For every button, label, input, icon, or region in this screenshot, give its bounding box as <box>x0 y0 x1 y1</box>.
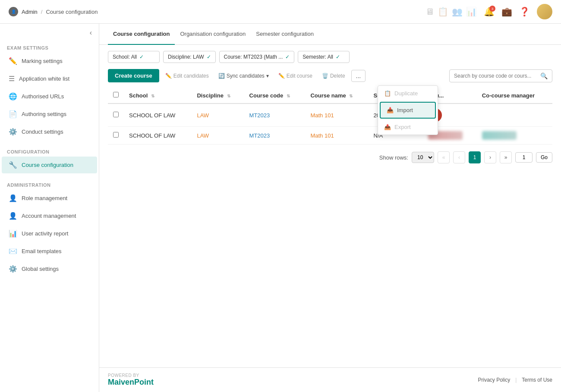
main-layout: ‹ Exam settings ✏️ Marking settings ☰ Ap… <box>0 24 561 392</box>
filter-course[interactable]: Course: MT2023 (Math ... ✓ <box>219 51 295 63</box>
course-config-icon: 🔧 <box>9 161 17 169</box>
dropdown-duplicate[interactable]: 📋 Duplicate <box>378 86 438 101</box>
sidebar-label-marking: Marking settings <box>22 58 63 64</box>
export-icon: 📤 <box>384 124 391 130</box>
header-checkbox-cell <box>108 88 124 103</box>
conduct-icon: ⚙️ <box>9 128 17 136</box>
sidebar-item-global[interactable]: ⚙️ Global settings <box>2 260 97 277</box>
sort-code-icon[interactable]: ⇅ <box>287 94 290 98</box>
pagination: Show rows: 10 25 50 « ‹ 1 › » Go <box>99 144 561 170</box>
sort-school-icon[interactable]: ⇅ <box>151 94 154 98</box>
header-discipline: Discipline ⇅ <box>192 88 244 103</box>
sidebar-label-global: Global settings <box>22 266 59 272</box>
settings-badge-button[interactable]: 💼 <box>501 6 512 17</box>
rows-per-page-select[interactable]: 10 25 50 <box>412 152 434 163</box>
table-row: SCHOOL OF LAW LAW MT2023 Math 101 2023 S… <box>108 103 552 127</box>
brand-name: MaivenPoint <box>108 378 154 387</box>
dropdown-export[interactable]: 📤 Export <box>378 119 438 135</box>
row2-discipline: LAW <box>192 127 244 144</box>
select-all-checkbox[interactable] <box>113 92 119 97</box>
page-1-button[interactable]: 1 <box>469 151 481 163</box>
sidebar-collapse: ‹ <box>0 24 99 42</box>
dropdown-import[interactable]: 📥 Import <box>380 102 436 119</box>
header-course-code: Course code ⇅ <box>244 88 306 103</box>
sidebar-label-course-config: Course configuration <box>22 162 73 168</box>
filter-school-check: ✓ <box>139 54 144 60</box>
filter-discipline[interactable]: Discipline: LAW ✓ <box>163 51 216 63</box>
edit-course-button[interactable]: ✏️ Edit course <box>275 70 316 82</box>
sidebar-item-activity[interactable]: 📊 User activity report <box>2 225 97 242</box>
row1-name: Math 101 <box>305 103 368 127</box>
terms-link[interactable]: Terms of Use <box>522 377 552 383</box>
delete-button[interactable]: 🗑️ Delete <box>318 70 349 82</box>
sidebar-label-conduct: Conduct settings <box>22 129 63 135</box>
sidebar-label-authoring: Authoring settings <box>22 111 66 117</box>
sidebar-label-role: Role management <box>22 195 67 201</box>
filter-semester-check: ✓ <box>336 54 340 60</box>
breadcrumb-admin[interactable]: Admin <box>22 9 38 15</box>
search-input[interactable] <box>454 73 540 79</box>
footer-sep: | <box>515 377 517 383</box>
admin-icon: 👤 <box>9 7 18 16</box>
sort-discipline-icon[interactable]: ⇅ <box>227 94 230 98</box>
row2-name: Math 101 <box>305 127 368 144</box>
tab-semester-config[interactable]: Semester configuration <box>251 24 319 45</box>
role-icon: 👤 <box>9 194 17 202</box>
filter-semester-label: Semester: All <box>303 54 333 60</box>
tab-organisation-config[interactable]: Organisation configuration <box>175 24 251 45</box>
page-last-button[interactable]: » <box>500 151 512 163</box>
main-content: Course configuration Organisation config… <box>99 24 561 392</box>
page-jump-input[interactable] <box>515 152 533 163</box>
sort-name-icon[interactable]: ⇅ <box>349 94 353 98</box>
edit-course-icon: ✏️ <box>278 73 285 79</box>
sync-icon: 🔄 <box>218 73 225 79</box>
courses-table: School ⇅ Discipline ⇅ Course code ⇅ Co <box>108 88 552 144</box>
sidebar-item-role[interactable]: 👤 Role management <box>2 190 97 207</box>
user-avatar[interactable] <box>537 4 552 19</box>
sidebar-item-conduct[interactable]: ⚙️ Conduct settings <box>2 123 97 140</box>
sidebar-item-email[interactable]: ✉️ Email templates <box>2 243 97 260</box>
configuration-label: Configuration <box>0 146 99 156</box>
marking-icon: ✏️ <box>9 57 17 65</box>
whitelist-icon: ☰ <box>9 75 15 83</box>
sidebar-item-marking[interactable]: ✏️ Marking settings <box>2 53 97 69</box>
tab-course-config[interactable]: Course configuration <box>108 24 175 45</box>
notifications-button[interactable]: 🔔 3 <box>484 6 495 17</box>
page-next-button[interactable]: › <box>484 151 496 163</box>
privacy-link[interactable]: Privacy Policy <box>478 377 511 383</box>
help-button[interactable]: ❓ <box>519 6 530 17</box>
collapse-button[interactable]: ‹ <box>90 29 92 37</box>
filter-school[interactable]: School: All ✓ <box>108 51 160 63</box>
action-bar: Create course ✏️ Edit candidates 🔄 Sync … <box>99 69 561 88</box>
row1-school: SCHOOL OF LAW <box>124 103 192 127</box>
sidebar-item-whitelist[interactable]: ☰ Application white list <box>2 70 97 87</box>
authoring-icon: 📄 <box>9 110 17 118</box>
row1-discipline: LAW <box>192 103 244 127</box>
edit-candidates-icon: ✏️ <box>165 73 172 79</box>
sidebar-item-account[interactable]: 👤 Account management <box>2 207 97 224</box>
sidebar-item-authoring[interactable]: 📄 Authoring settings <box>2 106 97 122</box>
page-go-button[interactable]: Go <box>536 152 552 163</box>
page-first-button[interactable]: « <box>438 151 450 163</box>
row1-checkbox[interactable] <box>113 112 119 117</box>
header-bg-icons: 🖥 📋 👥 📊 <box>425 6 477 17</box>
delete-icon: 🗑️ <box>322 73 328 79</box>
sidebar-label-email: Email templates <box>22 248 61 254</box>
brand-accent: Point <box>134 378 154 386</box>
create-course-button[interactable]: Create course <box>108 69 159 82</box>
brand-section: POWERED BY MaivenPoint <box>108 373 154 387</box>
top-header: 👤 Admin / Course configuration 🖥 📋 👥 📊 🔔… <box>0 0 561 24</box>
sync-candidates-button[interactable]: 🔄 Sync candidates ▾ <box>215 70 272 82</box>
sidebar-label-account: Account management <box>22 213 76 219</box>
sidebar-item-urls[interactable]: 🌐 Authorised URLs <box>2 88 97 105</box>
page-prev-button[interactable]: ‹ <box>453 151 465 163</box>
more-button[interactable]: ... <box>351 70 366 82</box>
account-icon: 👤 <box>9 212 17 220</box>
tabs-bar: Course configuration Organisation config… <box>99 24 561 45</box>
row2-checkbox-cell <box>108 127 124 144</box>
row2-code: MT2023 <box>244 127 306 144</box>
filter-semester[interactable]: Semester: All ✓ <box>298 51 350 63</box>
row2-checkbox[interactable] <box>113 132 119 138</box>
sidebar-item-course-config[interactable]: 🔧 Course configuration <box>2 157 97 173</box>
edit-candidates-button[interactable]: ✏️ Edit candidates <box>162 70 212 82</box>
